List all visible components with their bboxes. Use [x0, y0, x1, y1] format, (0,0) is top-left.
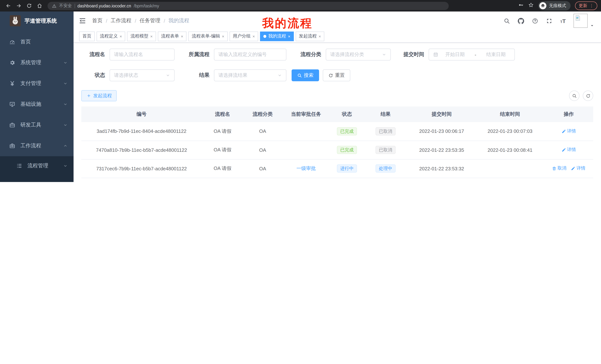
- app-logo[interactable]: 芋道管理系统: [0, 11, 74, 30]
- process-category-select[interactable]: 请选择流程分类: [326, 49, 391, 60]
- cell-end-time: 2022-01-23 00:08:41: [476, 141, 544, 159]
- chevron-down-icon: [63, 60, 68, 65]
- search-button[interactable]: 搜索: [291, 69, 319, 81]
- browser-home-icon[interactable]: [35, 1, 44, 10]
- close-icon[interactable]: ×: [120, 34, 122, 38]
- result-select[interactable]: 请选择流结果: [214, 69, 286, 81]
- tab-start-process[interactable]: 发起流程×: [295, 31, 324, 41]
- chevron-down-icon: [166, 73, 170, 77]
- start-process-button[interactable]: ＋ 发起流程: [81, 90, 117, 101]
- chevron-down-icon: [63, 102, 68, 106]
- browser-reload-icon[interactable]: [25, 1, 33, 10]
- refresh-button[interactable]: [583, 91, 593, 101]
- cell-status: 进行中: [330, 159, 364, 178]
- close-icon[interactable]: ×: [253, 34, 255, 38]
- sidebar-item-label: 流程管理: [28, 162, 48, 169]
- sidebar-menu: 首页系统管理支付管理基础设施研发工具工作流程流程管理任务管理我的流程待办任务已办…: [0, 30, 74, 182]
- cell-operations: 详情: [544, 141, 593, 159]
- fullscreen-icon[interactable]: [546, 18, 552, 24]
- tab-label: 流程定义: [100, 33, 118, 39]
- edit-icon: [571, 166, 575, 171]
- close-icon[interactable]: ×: [319, 34, 321, 38]
- tab-home[interactable]: 首页: [79, 31, 95, 41]
- browser-menu-icon[interactable]: ⋮: [590, 3, 594, 8]
- close-icon[interactable]: ×: [222, 34, 224, 38]
- status-badge: 已完成: [337, 127, 357, 135]
- chevron-up-icon: [63, 144, 68, 148]
- process-name-input[interactable]: 请输入流程名: [110, 49, 175, 60]
- browser-back-icon[interactable]: [4, 1, 13, 10]
- column-header: 状态: [330, 106, 364, 122]
- cancel-link[interactable]: 取消: [552, 165, 566, 172]
- cell-category: OA: [243, 122, 282, 141]
- cell-result: 已取消: [364, 122, 408, 141]
- logo-avatar: [10, 15, 21, 26]
- table-row: 3ad174fb-7b9d-11ec-8404-acde48001122OA 请…: [81, 122, 593, 141]
- close-icon[interactable]: ×: [288, 34, 290, 38]
- detail-link[interactable]: 详情: [561, 128, 576, 134]
- key-icon[interactable]: [518, 2, 524, 9]
- search-icon[interactable]: [504, 18, 510, 24]
- cell-process-name: OA 请假: [202, 159, 243, 178]
- sidebar-item-system[interactable]: 系统管理: [0, 52, 74, 73]
- cell-operations: 详情: [544, 122, 593, 141]
- tab-process-definition[interactable]: 流程定义×: [97, 31, 125, 41]
- tab-label: 流程表单-编辑: [192, 33, 220, 39]
- sidebar-item-label: 首页: [20, 38, 31, 45]
- address-bar[interactable]: 不安全 dashboard.yudao.iocoder.cn/bpm/task/…: [48, 2, 449, 10]
- sidebar-item-process-mgmt[interactable]: 流程管理: [0, 156, 74, 175]
- sidebar-item-home[interactable]: 首页: [0, 31, 74, 52]
- sidebar-item-label: 工作流程: [20, 143, 41, 149]
- breadcrumb-item[interactable]: 工作流程: [111, 18, 131, 24]
- avatar[interactable]: [573, 14, 588, 28]
- caret-down-icon[interactable]: [590, 23, 594, 28]
- detail-link[interactable]: 详情: [571, 165, 585, 172]
- breadcrumb-separator: /: [164, 18, 165, 24]
- not-secure-label: 不安全: [59, 3, 72, 9]
- status-select[interactable]: 请选择状态: [110, 69, 175, 81]
- annotation-my-process: 我的流程: [262, 16, 313, 31]
- filter-label: 所属流程: [180, 51, 210, 58]
- sidebar-item-task-mgmt[interactable]: 任务管理: [0, 175, 74, 182]
- cell-result: 处理中: [364, 159, 408, 178]
- placeholder-text: 请选择流结果: [218, 72, 275, 79]
- cell-current-task: [282, 122, 330, 141]
- reset-button[interactable]: 重置: [323, 69, 350, 81]
- yen-icon: [9, 80, 16, 86]
- table-row: 2152467e-7b9b-11ec-9a1b-acde48001122OA 请…: [81, 178, 593, 182]
- filter-submit-time: 提交时间开始日期-结束日期: [396, 49, 515, 60]
- parent-process-input[interactable]: 请输入流程定义的编号: [214, 49, 286, 60]
- breadcrumb-separator: /: [135, 18, 136, 24]
- search-icon: [297, 73, 302, 78]
- breadcrumb-separator: /: [106, 18, 107, 24]
- sidebar-collapse-icon[interactable]: [79, 17, 86, 25]
- tab-process-form[interactable]: 流程表单×: [158, 31, 187, 41]
- help-icon[interactable]: [532, 18, 538, 24]
- tab-process-model[interactable]: 流程模型×: [127, 31, 156, 41]
- tab-user-group[interactable]: 用户分组×: [230, 31, 258, 41]
- sidebar-item-label: 研发工具: [20, 122, 41, 128]
- breadcrumb-item[interactable]: 首页: [92, 18, 102, 24]
- sidebar-item-dev-tools[interactable]: 研发工具: [0, 115, 74, 135]
- close-icon[interactable]: ×: [181, 34, 183, 38]
- breadcrumb-item[interactable]: 任务管理: [140, 18, 160, 24]
- show-search-button[interactable]: [569, 91, 580, 101]
- tab-my-process[interactable]: 我的流程×: [260, 31, 294, 41]
- sidebar-item-payment[interactable]: 支付管理: [0, 73, 74, 94]
- close-icon[interactable]: ×: [150, 34, 153, 38]
- browser-forward-icon[interactable]: [14, 1, 23, 10]
- detail-link[interactable]: 详情: [561, 147, 576, 153]
- github-icon[interactable]: [518, 18, 524, 24]
- cell-category: OA: [243, 141, 282, 159]
- bookmark-star-icon[interactable]: [528, 2, 534, 9]
- cell-operations: 详情: [544, 178, 593, 182]
- font-size-icon[interactable]: TT: [560, 18, 566, 24]
- filter-status: 状态请选择状态: [81, 69, 175, 81]
- task-link[interactable]: 一级审批: [296, 165, 316, 171]
- submit-time-range-input[interactable]: 开始日期-结束日期: [429, 49, 515, 60]
- browser-update-button[interactable]: 更新 ⋮: [575, 1, 597, 10]
- sidebar-item-infrastructure[interactable]: 基础设施: [0, 94, 74, 115]
- cell-current-task: [282, 178, 330, 182]
- tab-process-form-edit[interactable]: 流程表单-编辑×: [189, 31, 228, 41]
- sidebar-item-workflow[interactable]: 工作流程: [0, 135, 74, 156]
